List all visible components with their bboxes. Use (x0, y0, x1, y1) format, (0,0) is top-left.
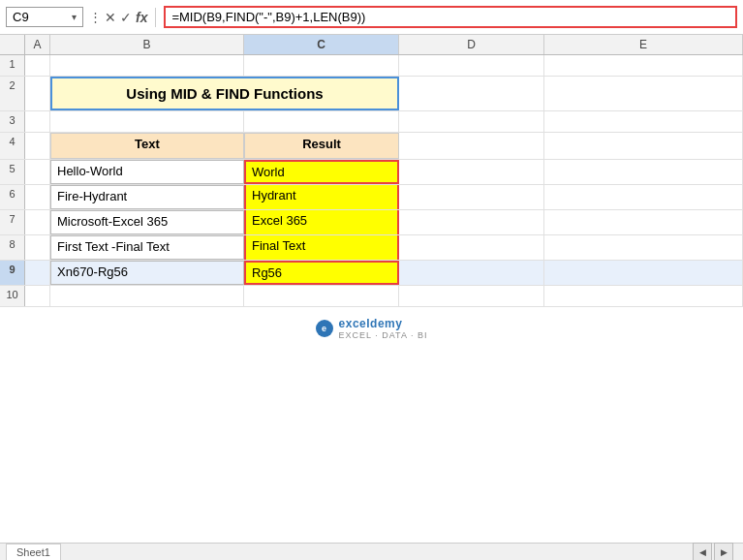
cell-e4[interactable] (544, 133, 743, 159)
row-num-4: 4 (0, 133, 25, 159)
cell-c1[interactable] (244, 55, 399, 76)
watermark: e exceldemy EXCEL · DATA · BI (0, 307, 743, 350)
cell-a2[interactable] (25, 77, 50, 110)
cell-a7[interactable] (25, 210, 50, 234)
table-row: 9 Xn670-Rg56 Rg56 (0, 261, 743, 286)
cell-e2[interactable] (544, 77, 743, 110)
cell-c6[interactable]: Hydrant (244, 185, 399, 209)
cell-c9[interactable]: Rg56 (244, 261, 399, 285)
cell-a10[interactable] (25, 286, 50, 306)
cell-e3[interactable] (544, 111, 743, 132)
cell-d7[interactable] (399, 210, 544, 234)
col-header-c[interactable]: C (244, 35, 399, 54)
row-num-8: 8 (0, 235, 25, 260)
cell-a1[interactable] (25, 55, 50, 76)
col-header-d[interactable]: D (399, 35, 544, 54)
formula-bar-area: C9 ▾ ⋮ ✕ ✓ fx =MID(B9,FIND("-",B9)+1,LEN… (0, 0, 743, 35)
row-num-3: 3 (0, 111, 25, 132)
cell-e10[interactable] (544, 286, 743, 306)
table-row: 4 Text Result (0, 133, 743, 160)
cell-c10[interactable] (244, 286, 399, 306)
cell-d6[interactable] (399, 185, 544, 209)
cell-a8[interactable] (25, 235, 50, 260)
cell-a3[interactable] (25, 111, 50, 132)
cell-e6[interactable] (544, 185, 743, 209)
cell-d2[interactable] (399, 77, 544, 110)
cell-c3[interactable] (244, 111, 399, 132)
formula-icons-group: ⋮ ✕ ✓ fx (89, 10, 147, 25)
table-row: 3 (0, 111, 743, 133)
cell-reference-box[interactable]: C9 ▾ (6, 7, 83, 27)
sheet-tab-1[interactable]: Sheet1 (6, 544, 61, 560)
brand-tagline: EXCEL · DATA · BI (339, 330, 428, 340)
cell-a4[interactable] (25, 133, 50, 159)
column-headers: A B C D E (0, 35, 743, 55)
formula-input[interactable]: =MID(B9,FIND("-",B9)+1,LEN(B9)) (164, 6, 737, 28)
cell-d10[interactable] (399, 286, 544, 306)
cell-ref-chevron-icon: ▾ (72, 12, 77, 22)
cell-d1[interactable] (399, 55, 544, 76)
title-cell[interactable]: Using MID & FIND Functions (50, 77, 399, 110)
table-row: 7 Microsoft-Excel 365 Excel 365 (0, 210, 743, 235)
cell-b4-header[interactable]: Text (50, 133, 244, 159)
cell-c5[interactable]: World (244, 160, 399, 184)
table-row: 2 Using MID & FIND Functions (0, 77, 743, 111)
dots-icon: ⋮ (89, 10, 101, 24)
formula-separator (155, 8, 156, 27)
cell-a6[interactable] (25, 185, 50, 209)
table-row: 6 Fire-Hydrant Hydrant (0, 185, 743, 210)
cell-b9[interactable]: Xn670-Rg56 (50, 261, 244, 285)
col-header-a[interactable]: A (25, 35, 50, 54)
cell-a9[interactable] (25, 261, 50, 285)
cell-b5[interactable]: Hello-World (50, 160, 244, 184)
cell-d3[interactable] (399, 111, 544, 132)
row-num-2: 2 (0, 77, 25, 110)
col-header-e[interactable]: E (544, 35, 743, 54)
check-icon[interactable]: ✓ (120, 10, 132, 25)
cell-b10[interactable] (50, 286, 244, 306)
cell-b7[interactable]: Microsoft-Excel 365 (50, 210, 244, 234)
cell-b8[interactable]: First Text -Final Text (50, 235, 244, 260)
cell-b6[interactable]: Fire-Hydrant (50, 185, 244, 209)
row-num-7: 7 (0, 210, 25, 234)
bottom-bar: Sheet1 ◀ ▶ (0, 543, 743, 560)
cell-e7[interactable] (544, 210, 743, 234)
cell-e1[interactable] (544, 55, 743, 76)
cell-d9[interactable] (399, 261, 544, 285)
row-num-1: 1 (0, 55, 25, 76)
fx-icon[interactable]: fx (136, 10, 147, 25)
col-header-b[interactable]: B (50, 35, 244, 54)
table-row: 8 First Text -Final Text Final Text (0, 235, 743, 261)
row-num-5: 5 (0, 160, 25, 184)
row-num-9: 9 (0, 261, 25, 285)
row-num-header (0, 35, 25, 54)
cell-e9[interactable] (544, 261, 743, 285)
cell-d4[interactable] (399, 133, 544, 159)
scroll-btn-right[interactable]: ▶ (714, 543, 733, 561)
cell-c8[interactable]: Final Text (244, 235, 399, 260)
cell-d5[interactable] (399, 160, 544, 184)
brand-logo-icon: e (316, 320, 333, 337)
scroll-btn-left[interactable]: ◀ (693, 543, 712, 561)
cell-a5[interactable] (25, 160, 50, 184)
cell-reference-label: C9 (13, 10, 29, 24)
cross-icon[interactable]: ✕ (105, 10, 116, 25)
brand-name: exceldemy (339, 317, 403, 330)
cell-c7[interactable]: Excel 365 (244, 210, 399, 234)
cell-e5[interactable] (544, 160, 743, 184)
cell-e8[interactable] (544, 235, 743, 260)
row-num-10: 10 (0, 286, 25, 306)
table-row: 10 (0, 286, 743, 307)
table-row: 1 (0, 55, 743, 77)
cell-b3[interactable] (50, 111, 244, 132)
table-row: 5 Hello-World World (0, 160, 743, 185)
cell-d8[interactable] (399, 235, 544, 260)
cell-b1[interactable] (50, 55, 244, 76)
cell-c4-header[interactable]: Result (244, 133, 399, 159)
row-num-6: 6 (0, 185, 25, 209)
sheet-grid: A B C D E 1 2 Using MID & FIND Functions… (0, 35, 743, 543)
